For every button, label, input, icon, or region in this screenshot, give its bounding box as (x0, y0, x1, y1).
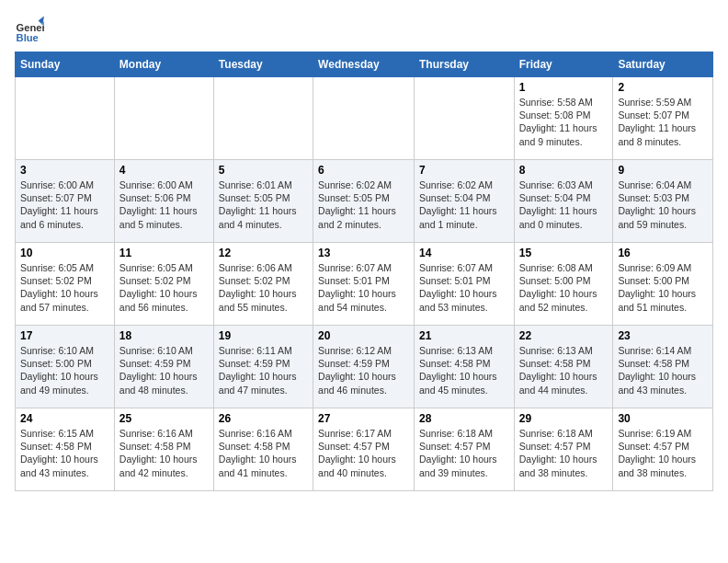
day-number: 24 (20, 412, 109, 425)
calendar-cell: 7Sunrise: 6:02 AM Sunset: 5:04 PM Daylig… (414, 160, 514, 243)
calendar-cell: 20Sunrise: 6:12 AM Sunset: 4:59 PM Dayli… (313, 326, 415, 408)
calendar-cell: 26Sunrise: 6:16 AM Sunset: 4:58 PM Dayli… (213, 408, 313, 491)
weekday-header-monday: Monday (114, 52, 213, 77)
page-header: General Blue (15, 15, 713, 44)
day-number: 28 (419, 412, 509, 425)
day-number: 20 (318, 329, 409, 342)
calendar-week-row: 10Sunrise: 6:05 AM Sunset: 5:02 PM Dayli… (16, 243, 713, 326)
day-info: Sunrise: 6:05 AM Sunset: 5:02 PM Dayligh… (20, 261, 109, 314)
day-info: Sunrise: 6:15 AM Sunset: 4:58 PM Dayligh… (20, 427, 109, 479)
day-info: Sunrise: 6:09 AM Sunset: 5:00 PM Dayligh… (618, 261, 708, 314)
weekday-header-saturday: Saturday (613, 52, 713, 77)
day-number: 12 (219, 247, 308, 259)
calendar-cell: 29Sunrise: 6:18 AM Sunset: 4:57 PM Dayli… (514, 408, 613, 491)
calendar-cell: 8Sunrise: 6:03 AM Sunset: 5:04 PM Daylig… (514, 160, 613, 243)
weekday-header-thursday: Thursday (414, 52, 514, 77)
day-number: 18 (119, 329, 209, 342)
day-number: 8 (519, 164, 609, 177)
day-info: Sunrise: 6:01 AM Sunset: 5:05 PM Dayligh… (219, 178, 308, 231)
calendar-cell (16, 77, 115, 160)
day-number: 10 (20, 247, 109, 259)
day-info: Sunrise: 6:13 AM Sunset: 4:58 PM Dayligh… (519, 344, 609, 396)
day-number: 7 (419, 164, 509, 177)
day-info: Sunrise: 6:11 AM Sunset: 4:59 PM Dayligh… (219, 344, 308, 396)
calendar-cell (114, 77, 213, 160)
day-number: 14 (419, 247, 509, 259)
calendar-cell: 1Sunrise: 5:58 AM Sunset: 5:08 PM Daylig… (514, 77, 613, 160)
day-info: Sunrise: 6:18 AM Sunset: 4:57 PM Dayligh… (519, 427, 609, 479)
calendar-cell: 9Sunrise: 6:04 AM Sunset: 5:03 PM Daylig… (613, 160, 713, 243)
day-number: 6 (318, 164, 409, 177)
day-info: Sunrise: 6:16 AM Sunset: 4:58 PM Dayligh… (219, 427, 308, 479)
day-info: Sunrise: 6:16 AM Sunset: 4:58 PM Dayligh… (119, 427, 209, 479)
weekday-header-sunday: Sunday (16, 52, 115, 77)
day-number: 9 (618, 164, 708, 177)
calendar-cell: 23Sunrise: 6:14 AM Sunset: 4:58 PM Dayli… (613, 326, 713, 408)
day-number: 3 (20, 164, 109, 177)
calendar-cell: 12Sunrise: 6:06 AM Sunset: 5:02 PM Dayli… (213, 243, 313, 326)
day-number: 2 (618, 81, 708, 94)
day-number: 11 (119, 247, 209, 259)
day-number: 21 (419, 329, 509, 342)
calendar-cell: 16Sunrise: 6:09 AM Sunset: 5:00 PM Dayli… (613, 243, 713, 326)
calendar-cell: 10Sunrise: 6:05 AM Sunset: 5:02 PM Dayli… (16, 243, 115, 326)
calendar-cell: 28Sunrise: 6:18 AM Sunset: 4:57 PM Dayli… (414, 408, 514, 491)
day-info: Sunrise: 6:06 AM Sunset: 5:02 PM Dayligh… (219, 261, 308, 314)
calendar-cell: 27Sunrise: 6:17 AM Sunset: 4:57 PM Dayli… (313, 408, 415, 491)
day-info: Sunrise: 6:02 AM Sunset: 5:05 PM Dayligh… (318, 178, 409, 231)
calendar-cell: 6Sunrise: 6:02 AM Sunset: 5:05 PM Daylig… (313, 160, 415, 243)
calendar-cell: 24Sunrise: 6:15 AM Sunset: 4:58 PM Dayli… (16, 408, 115, 491)
day-info: Sunrise: 6:19 AM Sunset: 4:57 PM Dayligh… (618, 427, 708, 479)
day-number: 30 (618, 412, 708, 425)
calendar-week-row: 24Sunrise: 6:15 AM Sunset: 4:58 PM Dayli… (16, 408, 713, 491)
day-info: Sunrise: 5:58 AM Sunset: 5:08 PM Dayligh… (519, 96, 609, 148)
calendar-cell: 15Sunrise: 6:08 AM Sunset: 5:00 PM Dayli… (514, 243, 613, 326)
calendar-cell: 13Sunrise: 6:07 AM Sunset: 5:01 PM Dayli… (313, 243, 415, 326)
logo-icon: General Blue (15, 15, 44, 44)
day-info: Sunrise: 6:14 AM Sunset: 4:58 PM Dayligh… (618, 344, 708, 396)
day-info: Sunrise: 5:59 AM Sunset: 5:07 PM Dayligh… (618, 96, 708, 148)
day-number: 19 (219, 329, 308, 342)
day-number: 23 (618, 329, 708, 342)
calendar-table: SundayMondayTuesdayWednesdayThursdayFrid… (15, 52, 713, 491)
calendar-cell: 11Sunrise: 6:05 AM Sunset: 5:02 PM Dayli… (114, 243, 213, 326)
calendar-week-row: 3Sunrise: 6:00 AM Sunset: 5:07 PM Daylig… (16, 160, 713, 243)
svg-text:Blue: Blue (17, 32, 39, 43)
weekday-header-tuesday: Tuesday (213, 52, 313, 77)
weekday-header-wednesday: Wednesday (313, 52, 415, 77)
day-info: Sunrise: 6:00 AM Sunset: 5:07 PM Dayligh… (20, 178, 109, 231)
day-number: 15 (519, 247, 609, 259)
calendar-cell: 4Sunrise: 6:00 AM Sunset: 5:06 PM Daylig… (114, 160, 213, 243)
day-number: 1 (519, 81, 609, 94)
day-info: Sunrise: 6:10 AM Sunset: 5:00 PM Dayligh… (20, 344, 109, 396)
calendar-cell: 19Sunrise: 6:11 AM Sunset: 4:59 PM Dayli… (213, 326, 313, 408)
day-info: Sunrise: 6:02 AM Sunset: 5:04 PM Dayligh… (419, 178, 509, 231)
day-info: Sunrise: 6:08 AM Sunset: 5:00 PM Dayligh… (519, 261, 609, 314)
calendar-cell: 18Sunrise: 6:10 AM Sunset: 4:59 PM Dayli… (114, 326, 213, 408)
day-number: 16 (618, 247, 708, 259)
day-info: Sunrise: 6:03 AM Sunset: 5:04 PM Dayligh… (519, 178, 609, 231)
day-number: 25 (119, 412, 209, 425)
svg-text:General: General (17, 22, 44, 33)
day-info: Sunrise: 6:00 AM Sunset: 5:06 PM Dayligh… (119, 178, 209, 231)
day-info: Sunrise: 6:12 AM Sunset: 4:59 PM Dayligh… (318, 344, 409, 396)
calendar-cell: 17Sunrise: 6:10 AM Sunset: 5:00 PM Dayli… (16, 326, 115, 408)
day-number: 22 (519, 329, 609, 342)
calendar-week-row: 1Sunrise: 5:58 AM Sunset: 5:08 PM Daylig… (16, 77, 713, 160)
calendar-cell: 22Sunrise: 6:13 AM Sunset: 4:58 PM Dayli… (514, 326, 613, 408)
calendar-cell: 5Sunrise: 6:01 AM Sunset: 5:05 PM Daylig… (213, 160, 313, 243)
calendar-cell (313, 77, 415, 160)
calendar-cell (414, 77, 514, 160)
day-info: Sunrise: 6:04 AM Sunset: 5:03 PM Dayligh… (618, 178, 708, 231)
calendar-cell: 2Sunrise: 5:59 AM Sunset: 5:07 PM Daylig… (613, 77, 713, 160)
day-number: 13 (318, 247, 409, 259)
calendar-cell: 25Sunrise: 6:16 AM Sunset: 4:58 PM Dayli… (114, 408, 213, 491)
day-info: Sunrise: 6:13 AM Sunset: 4:58 PM Dayligh… (419, 344, 509, 396)
calendar-cell (213, 77, 313, 160)
day-info: Sunrise: 6:18 AM Sunset: 4:57 PM Dayligh… (419, 427, 509, 479)
day-number: 26 (219, 412, 308, 425)
day-info: Sunrise: 6:05 AM Sunset: 5:02 PM Dayligh… (119, 261, 209, 314)
calendar-cell: 3Sunrise: 6:00 AM Sunset: 5:07 PM Daylig… (16, 160, 115, 243)
day-info: Sunrise: 6:17 AM Sunset: 4:57 PM Dayligh… (318, 427, 409, 479)
calendar-header-row: SundayMondayTuesdayWednesdayThursdayFrid… (16, 52, 713, 77)
